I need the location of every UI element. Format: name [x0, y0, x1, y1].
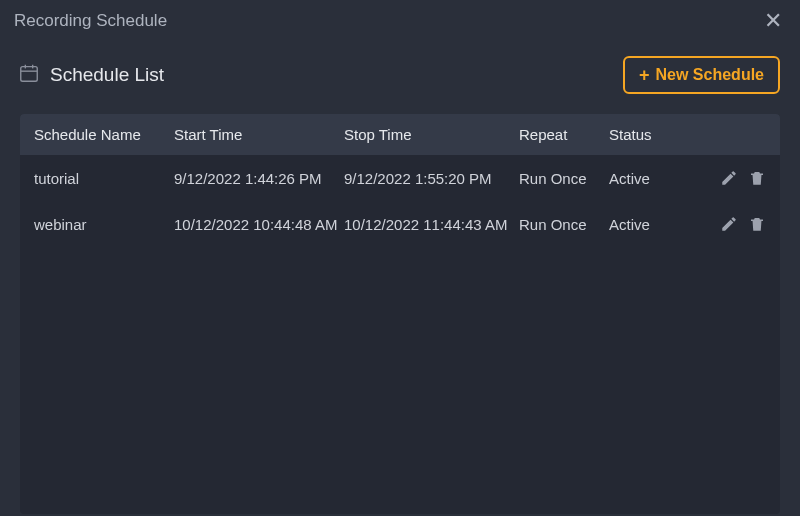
- cell-repeat: Run Once: [519, 216, 609, 233]
- new-schedule-button[interactable]: + New Schedule: [623, 56, 780, 94]
- table-header: Schedule Name Start Time Stop Time Repea…: [20, 114, 780, 155]
- col-header-actions: [684, 126, 766, 143]
- window-title: Recording Schedule: [14, 11, 167, 31]
- new-schedule-label: New Schedule: [656, 66, 764, 84]
- close-icon[interactable]: ✕: [760, 8, 786, 34]
- delete-icon[interactable]: [748, 215, 766, 233]
- cell-actions: [684, 169, 766, 187]
- col-header-status: Status: [609, 126, 684, 143]
- cell-start: 10/12/2022 10:44:48 AM: [174, 216, 344, 233]
- header-row: Schedule List + New Schedule: [0, 40, 800, 106]
- col-header-name: Schedule Name: [34, 126, 174, 143]
- col-header-repeat: Repeat: [519, 126, 609, 143]
- cell-name: tutorial: [34, 170, 174, 187]
- cell-stop: 10/12/2022 11:44:43 AM: [344, 216, 519, 233]
- schedule-table: Schedule Name Start Time Stop Time Repea…: [20, 114, 780, 514]
- svg-rect-0: [21, 67, 38, 82]
- cell-repeat: Run Once: [519, 170, 609, 187]
- table-row: tutorial 9/12/2022 1:44:26 PM 9/12/2022 …: [20, 155, 780, 201]
- table-row: webinar 10/12/2022 10:44:48 AM 10/12/202…: [20, 201, 780, 247]
- cell-actions: [684, 215, 766, 233]
- cell-start: 9/12/2022 1:44:26 PM: [174, 170, 344, 187]
- header-left: Schedule List: [18, 62, 164, 88]
- edit-icon[interactable]: [720, 169, 738, 187]
- delete-icon[interactable]: [748, 169, 766, 187]
- cell-name: webinar: [34, 216, 174, 233]
- cell-stop: 9/12/2022 1:55:20 PM: [344, 170, 519, 187]
- plus-icon: +: [639, 66, 650, 84]
- page-title: Schedule List: [50, 64, 164, 86]
- calendar-icon: [18, 62, 40, 88]
- edit-icon[interactable]: [720, 215, 738, 233]
- titlebar: Recording Schedule ✕: [0, 0, 800, 40]
- col-header-start: Start Time: [174, 126, 344, 143]
- col-header-stop: Stop Time: [344, 126, 519, 143]
- cell-status: Active: [609, 170, 684, 187]
- cell-status: Active: [609, 216, 684, 233]
